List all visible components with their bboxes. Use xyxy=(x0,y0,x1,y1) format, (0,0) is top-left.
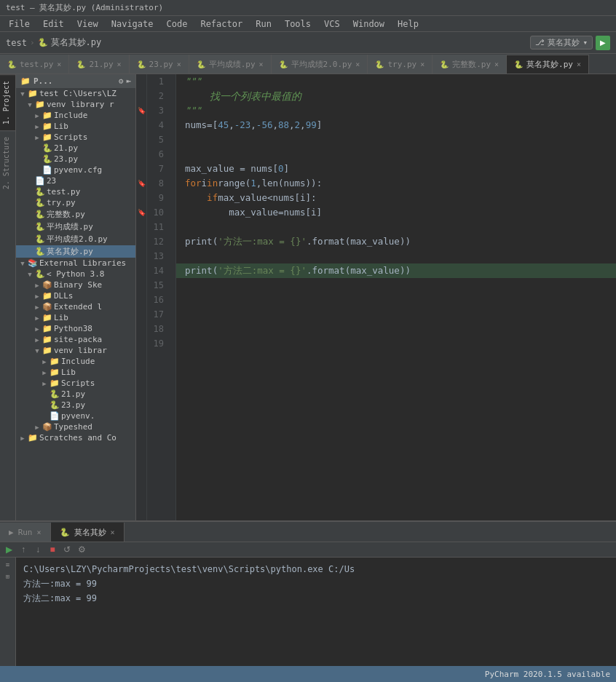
tab-pingjun[interactable]: 🐍 平均成绩.py × xyxy=(189,55,272,74)
tab-close-trypy[interactable]: × xyxy=(420,60,425,68)
run-up-btn[interactable]: ↑ xyxy=(17,544,29,555)
tree-label: Extended l xyxy=(54,302,102,312)
menu-refactor[interactable]: Refactor xyxy=(194,17,248,31)
sidebar-settings-icon[interactable]: ⚙ xyxy=(119,76,124,86)
tree-label: Lib xyxy=(61,368,76,377)
tree-item-pyvenv2[interactable]: 📄 pyvenv. xyxy=(16,411,135,421)
tab-active-moming[interactable]: 🐍 莫名其妙.py × xyxy=(507,55,589,74)
tree-item-scripts2[interactable]: ▶ 📁 Scripts xyxy=(16,378,135,389)
code-area[interactable]: """ 找一个列表中最值的 """ nums=[45,-23,-56,88,2,… xyxy=(176,74,616,520)
code-token: 0 xyxy=(278,162,284,176)
breadcrumb-project[interactable]: test xyxy=(6,38,27,48)
tree-item-venv[interactable]: ▼ 📁 venv library r xyxy=(16,99,135,110)
gutter-marker: 🔖 🔖 🔖 xyxy=(136,74,147,520)
tree-item-lib3[interactable]: ▶ 📁 Lib xyxy=(16,367,135,378)
tab-close-testpy[interactable]: × xyxy=(57,60,61,68)
run-tab-close[interactable]: × xyxy=(37,528,42,536)
tree-item-python38f[interactable]: ▶ 📁 Python38 xyxy=(16,323,135,334)
line-num-16: 16 xyxy=(147,293,170,307)
tree-label: 23.py xyxy=(61,400,85,410)
tree-item-typeshed[interactable]: ▶ 📦 Typeshed xyxy=(16,421,135,432)
menu-run[interactable]: Run xyxy=(250,17,277,31)
tree-item-21py2[interactable]: 🐍 21.py xyxy=(16,389,135,400)
tab-23py[interactable]: 🐍 23.py × xyxy=(130,55,189,74)
tree-item-scratches[interactable]: ▶ 📁 Scratches and Co xyxy=(16,432,135,443)
tab-21py[interactable]: 🐍 21.py × xyxy=(69,55,129,74)
run-rerun-btn[interactable]: ↺ xyxy=(61,544,73,555)
tree-item-include2[interactable]: ▶ 📁 Include xyxy=(16,356,135,367)
menu-navigate[interactable]: Navigate xyxy=(106,17,159,31)
tree-item-23py2[interactable]: 🐍 23.py xyxy=(16,400,135,411)
tree-label: Scratches and Co xyxy=(39,433,117,443)
menu-tools[interactable]: Tools xyxy=(279,17,317,31)
tree-item-lib1[interactable]: ▶ 📁 Lib xyxy=(16,121,135,132)
code-line-9: if max_value<nums[i]: xyxy=(176,191,616,205)
tree-item-pingjun[interactable]: 🐍 平均成绩.py xyxy=(16,221,135,233)
menu-view[interactable]: View xyxy=(71,17,104,31)
tree-item-test[interactable]: ▼ 📁 test C:\Users\LZ xyxy=(16,88,135,99)
sidebar-expand-icon[interactable]: ⇤ xyxy=(126,76,131,86)
tree-item-venvlibr[interactable]: ▼ 📁 venv librar xyxy=(16,345,135,356)
run-play-btn[interactable]: ▶ xyxy=(3,544,15,555)
tree-item-binaryske[interactable]: ▶ 📦 Binary Ske xyxy=(16,279,135,290)
menu-file[interactable]: File xyxy=(3,17,36,31)
run-settings-btn[interactable]: ⚙ xyxy=(76,544,87,555)
tree-label: Scripts xyxy=(54,132,87,142)
tab-testpy[interactable]: 🐍 test.py × xyxy=(0,55,69,74)
menu-help[interactable]: Help xyxy=(392,17,425,31)
run-stop-btn[interactable]: ■ xyxy=(47,544,58,555)
tree-item-wanzhengshu[interactable]: 🐍 完整数.py xyxy=(16,208,135,221)
tree-item-extlibs[interactable]: ▼ 📚 External Libraries xyxy=(16,258,135,269)
tree-item-dlls[interactable]: ▶ 📁 DLLs xyxy=(16,290,135,301)
tab-close-21py[interactable]: × xyxy=(117,60,122,68)
tree-item-lib2[interactable]: ▶ 📁 Lib xyxy=(16,312,135,323)
tree-item-sitepacka[interactable]: ▶ 📁 site-packa xyxy=(16,334,135,345)
menu-vcs[interactable]: VCS xyxy=(318,17,346,31)
tree-item-21py[interactable]: 🐍 21.py xyxy=(16,143,135,154)
line-num-12: 12 xyxy=(147,234,170,249)
tree-item-extendedk[interactable]: ▶ 📦 Extended l xyxy=(16,301,135,312)
menu-edit[interactable]: Edit xyxy=(37,17,70,31)
branch-selector[interactable]: ⎇ 莫名其妙 ▾ xyxy=(530,36,593,49)
python-icon: 🐍 xyxy=(42,154,52,164)
vtab-structure[interactable]: 2. Structure xyxy=(0,130,15,195)
tree-item-pingjun20[interactable]: 🐍 平均成绩2.0.py xyxy=(16,233,135,245)
tab-close-moming[interactable]: × xyxy=(577,60,581,68)
run-button[interactable]: ▶ xyxy=(596,36,610,50)
tree-item-23py[interactable]: 🐍 23.py xyxy=(16,154,135,164)
folder-icon: 📁 xyxy=(42,346,52,355)
vtab-project[interactable]: 1. Project xyxy=(0,74,15,130)
tab-close-pingjun20[interactable]: × xyxy=(355,60,360,68)
tree-item-trypy[interactable]: 🐍 try.py xyxy=(16,197,135,208)
tree-item-python38[interactable]: ▼ 🐍 < Python 3.8 xyxy=(16,269,135,279)
tree-item-23[interactable]: 📄 23 xyxy=(16,175,135,186)
menu-window[interactable]: Window xyxy=(347,17,390,31)
tree-item-scripts1[interactable]: ▶ 📁 Scripts xyxy=(16,132,135,143)
gutter-cell-12 xyxy=(136,234,146,249)
tree-item-include1[interactable]: ▶ 📁 Include xyxy=(16,110,135,121)
menu-code[interactable]: Code xyxy=(161,17,194,31)
bottom-tab-moming[interactable]: 🐍 莫名其妙 × xyxy=(51,523,125,542)
run-down-btn[interactable]: ↓ xyxy=(32,544,44,555)
code-line-19 xyxy=(176,336,616,351)
tab-trypy[interactable]: 🐍 try.py × xyxy=(368,55,433,74)
bottom-tab-run[interactable]: ▶ Run × xyxy=(0,523,51,542)
tree-item-testpy[interactable]: 🐍 test.py xyxy=(16,186,135,197)
tab-wanzhengshu[interactable]: 🐍 完整数.py × xyxy=(433,55,507,74)
bottom-icon-2[interactable]: ⊞ xyxy=(4,571,12,582)
tab-close-wanzhengshu[interactable]: × xyxy=(494,60,499,68)
code-token: 88 xyxy=(278,118,289,132)
tab-label-wanzhengshu: 完整数.py xyxy=(452,59,491,70)
bottom-icon-1[interactable]: ≡ xyxy=(4,559,12,571)
tree-item-moming[interactable]: 🐍 莫名其妙.py xyxy=(16,245,135,258)
code-token: , xyxy=(272,118,278,132)
code-line-7: max_value = nums[0] xyxy=(176,162,616,176)
tab-pingjun20[interactable]: 🐍 平均成绩2.0.py × xyxy=(272,55,368,74)
tab-close-pingjun[interactable]: × xyxy=(259,60,264,68)
tree-item-pyvenv1[interactable]: 📄 pyvenv.cfg xyxy=(16,164,135,175)
tab-close-23py[interactable]: × xyxy=(177,60,181,68)
breadcrumb-file[interactable]: 莫名其妙.py xyxy=(51,36,102,49)
line-num-17: 17 xyxy=(147,307,170,322)
moming-tab-close[interactable]: × xyxy=(111,528,115,536)
tree-label: DLLs xyxy=(54,291,74,301)
